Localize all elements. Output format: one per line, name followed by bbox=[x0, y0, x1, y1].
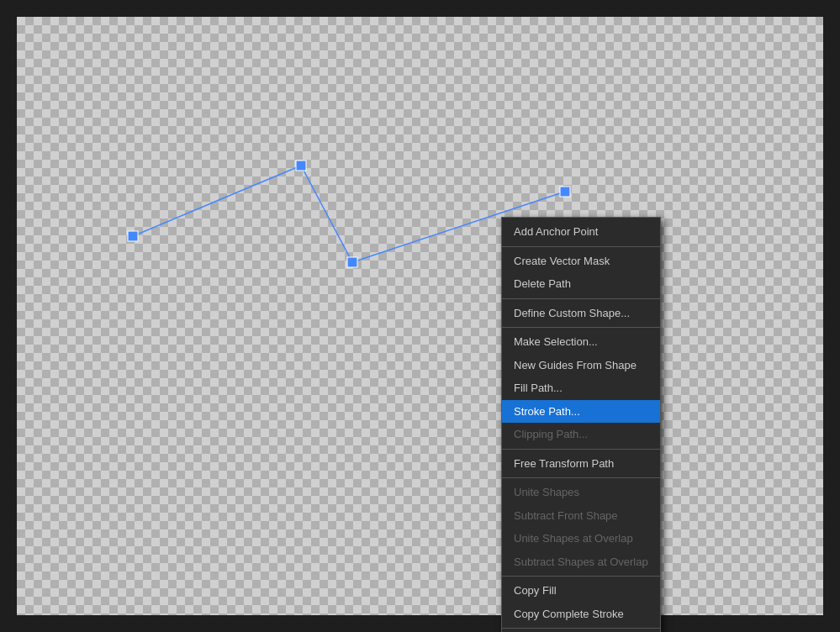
menu-item-create-vector-mask[interactable]: Create Vector Mask bbox=[502, 250, 660, 273]
menu-item-new-guides-from-shape[interactable]: New Guides From Shape bbox=[502, 354, 660, 377]
menu-item-subtract-front-shape: Subtract Front Shape bbox=[502, 504, 660, 528]
menu-item-define-custom-shape[interactable]: Define Custom Shape... bbox=[502, 302, 660, 325]
context-menu: Add Anchor PointCreate Vector MaskDelete… bbox=[501, 217, 661, 632]
menu-separator bbox=[502, 449, 660, 450]
canvas-area: Add Anchor PointCreate Vector MaskDelete… bbox=[17, 17, 823, 615]
menu-separator bbox=[502, 327, 660, 328]
menu-item-fill-path[interactable]: Fill Path... bbox=[502, 377, 660, 400]
menu-item-subtract-shapes-at-overlap: Subtract Shapes at Overlap bbox=[502, 550, 660, 574]
menu-separator bbox=[502, 628, 660, 629]
menu-item-stroke-path[interactable]: Stroke Path... bbox=[502, 400, 660, 424]
menu-item-clipping-path: Clipping Path... bbox=[502, 423, 660, 446]
menu-separator bbox=[502, 298, 660, 299]
menu-item-free-transform-path[interactable]: Free Transform Path bbox=[502, 452, 660, 476]
anchor-point[interactable] bbox=[296, 161, 306, 171]
menu-item-delete-path[interactable]: Delete Path bbox=[502, 272, 660, 296]
anchor-point[interactable] bbox=[560, 187, 570, 197]
anchor-point[interactable] bbox=[128, 231, 138, 241]
menu-item-copy-fill[interactable]: Copy Fill bbox=[502, 579, 660, 603]
path-svg bbox=[17, 17, 823, 615]
anchor-point[interactable] bbox=[347, 257, 357, 267]
menu-separator bbox=[502, 246, 660, 247]
menu-item-add-anchor-point[interactable]: Add Anchor Point bbox=[502, 220, 660, 244]
menu-separator bbox=[502, 477, 660, 478]
menu-item-unite-shapes: Unite Shapes bbox=[502, 481, 660, 504]
menu-item-make-selection[interactable]: Make Selection... bbox=[502, 330, 660, 354]
menu-item-copy-complete-stroke[interactable]: Copy Complete Stroke bbox=[502, 603, 660, 626]
menu-item-unite-shapes-at-overlap: Unite Shapes at Overlap bbox=[502, 527, 660, 550]
menu-separator bbox=[502, 576, 660, 577]
